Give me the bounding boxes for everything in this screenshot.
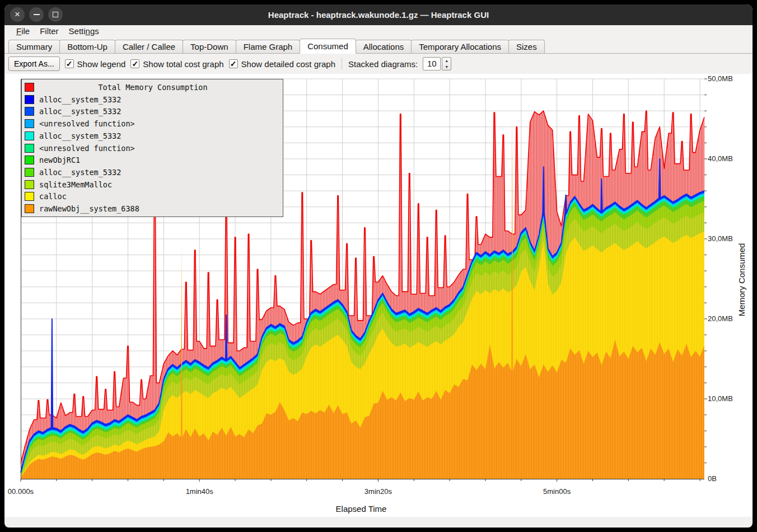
menu-bar: File Filter Settings [4,25,753,38]
checkbox-show-total-cost-graph[interactable]: ✓ Show total cost graph [130,59,223,69]
maximize-icon [53,12,58,17]
x-tick-label: 1min40s [174,487,225,496]
tab-summary[interactable]: Summary [8,40,60,53]
heaptrack-window: × Heaptrack - heaptrack.wakunode.1.gz — … [4,4,753,528]
spinbox-down-button[interactable]: ▼ [445,65,448,69]
x-tick-label: 3min20s [353,487,403,496]
legend-entry: alloc__system_5332 [22,105,283,117]
maximize-button[interactable] [48,7,63,22]
legend-entry: calloc [22,191,283,203]
menu-file[interactable]: File [11,25,35,38]
y-tick-label: 10,0MB [708,394,747,403]
checkbox-checked-icon: ✓ [65,59,74,68]
legend-swatch [25,168,34,177]
toolbar: Export As... ✓ Show legend ✓ Show total … [4,54,753,74]
tab-temporary-allocations[interactable]: Temporary Allocations [411,40,509,53]
checkbox-checked-icon: ✓ [130,59,139,68]
legend-swatch [25,131,34,140]
legend-title: Total Memory Consumption [34,83,283,92]
legend-entry: alloc__system_5332 [22,130,283,142]
legend-swatch [25,156,34,164]
x-axis-title: Elapsed Time [249,504,473,514]
y-axis-title: Memory Consumed [737,224,748,336]
y-tick-label: 50,0MB [708,74,747,83]
chart-legend: Total Memory Consumption alloc__system_5… [21,79,283,217]
tab-allocations[interactable]: Allocations [356,40,412,53]
legend-entry: alloc__system_5332 [22,93,283,106]
stacked-diagrams-label: Stacked diagrams: [348,59,418,69]
x-tick-label: 00.000s [4,487,46,496]
legend-title-row: Total Memory Consumption [22,81,283,93]
checkbox-show-legend[interactable]: ✓ Show legend [65,59,126,69]
tab-caller-callee[interactable]: Caller / Callee [115,40,183,53]
stacked-diagrams-spinbox[interactable]: 10 ▲ ▼ [423,57,451,70]
legend-entry: alloc__system_5332 [22,166,283,178]
legend-entry: newObjRC1 [22,154,283,166]
checkbox-label: Show total cost graph [143,59,223,69]
y-tick-label: 40,0MB [708,154,747,163]
legend-entry: sqlite3MemMalloc [22,178,283,191]
legend-swatch [25,107,34,116]
minimize-button[interactable] [29,7,44,22]
spinbox-up-button[interactable]: ▲ [445,59,448,63]
x-tick-label: 5min00s [532,487,582,496]
chart-area: Total Memory Consumption alloc__system_5… [4,74,753,517]
tab-flame-graph[interactable]: Flame Graph [236,40,301,53]
tab-consumed[interactable]: Consumed [300,39,356,54]
legend-swatch [25,95,34,104]
spinbox-value[interactable]: 10 [423,57,441,70]
menu-settings[interactable]: Settings [64,25,104,38]
tab-bottom-up[interactable]: Bottom-Up [59,40,115,53]
toolbar-separator [342,58,342,69]
legend-swatch [25,119,34,128]
legend-entry: <unresolved function> [22,117,283,130]
checkbox-checked-icon: ✓ [229,59,238,68]
legend-entry: rawNewObj__system_6388 [22,203,283,215]
y-tick-label: 0B [708,474,747,483]
tab-bar-baseline [4,53,753,54]
tab-top-down[interactable]: Top-Down [183,40,236,53]
export-as-button[interactable]: Export As... [8,57,60,71]
tab-sizes[interactable]: Sizes [508,40,545,53]
legend-entry: <unresolved function> [22,142,283,154]
checkbox-show-detailed-cost-graph[interactable]: ✓ Show detailed cost graph [229,59,335,69]
legend-swatch [25,144,34,153]
checkbox-label: Show legend [77,59,126,69]
screen-background: × Heaptrack - heaptrack.wakunode.1.gz — … [0,0,757,532]
minimize-icon [34,14,40,15]
legend-swatch-total [25,83,34,92]
legend-swatch [25,192,34,201]
close-button[interactable]: × [10,7,25,22]
tab-bar: Summary Bottom-Up Caller / Callee Top-Do… [4,38,753,54]
legend-swatch [25,204,34,213]
window-title: Heaptrack - heaptrack.wakunode.1.gz — He… [4,4,753,25]
legend-swatch [25,180,34,189]
menu-filter[interactable]: Filter [35,25,63,38]
checkbox-label: Show detailed cost graph [241,59,335,69]
title-bar: × Heaptrack - heaptrack.wakunode.1.gz — … [4,4,753,25]
close-icon: × [15,10,20,19]
